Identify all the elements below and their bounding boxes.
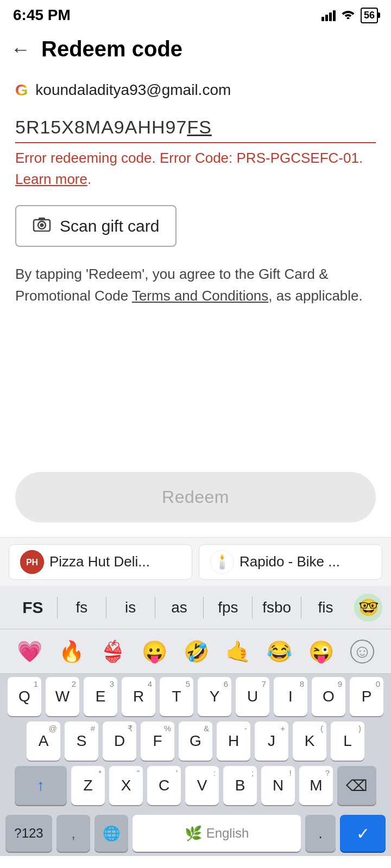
status-time: 6:45 PM [13,7,71,24]
key-row-3: ↑ *Z "X 'C :V ;B !N ?M ⌫ [5,766,386,805]
key-L[interactable]: )L [331,722,364,761]
backspace-key[interactable]: ⌫ [337,766,376,805]
emoji-laughcry[interactable]: 🤣 [184,640,209,663]
emoji-fire[interactable]: 🔥 [59,640,84,663]
rapido-logo: 🕯️ [210,550,234,574]
camera-icon [33,216,51,236]
shift-key[interactable]: ↑ [15,766,67,805]
key-G[interactable]: &G [179,722,212,761]
app-suggestions-bar: PH Pizza Hut Deli... 🕯️ Rapido - Bike ..… [0,537,391,586]
period-label: . [318,825,322,842]
app-chip-rapido[interactable]: 🕯️ Rapido - Bike ... [199,544,382,580]
terms-link[interactable]: Terms and Conditions [132,288,268,304]
suggestion-fis[interactable]: fis [301,595,350,621]
emoji-heart[interactable]: 💗 [17,640,42,663]
key-row-1: 1Q 2W 3E 4R 5T 6Y 7U 8I 9O 0P [5,677,386,716]
key-N[interactable]: !N [261,766,295,805]
emoji-row: 💗 🔥 👙 😛 🤣 🤙 😂 😜 ☺ [0,629,391,674]
key-M[interactable]: ?M [299,766,333,805]
key-D[interactable]: ₹D [103,722,136,761]
keyboard: FS fs is as fps fsbo fis 🤓 💗 🔥 👙 😛 🤣 🤙 😂… [0,586,391,856]
emoji-handsign[interactable]: 🤙 [225,640,251,663]
key-K[interactable]: (K [293,722,326,761]
key-Q[interactable]: 1Q [8,677,41,716]
key-H[interactable]: -H [217,722,250,761]
svg-point-3 [40,224,44,227]
enter-icon: ✓ [356,824,370,843]
back-button[interactable]: ← [11,40,30,59]
period-key[interactable]: . [305,815,336,852]
wifi-icon [341,8,355,22]
redeem-button[interactable]: Redeem [15,472,376,522]
code-input-field[interactable]: 5R15X8MA9AHH97FS [15,112,376,143]
key-B[interactable]: ;B [223,766,257,805]
suggestion-FS[interactable]: FS [9,594,57,621]
code-input-wrap: 5R15X8MA9AHH97FS [15,112,376,143]
key-X[interactable]: "X [109,766,143,805]
header: ← Redeem code [0,28,391,70]
svg-point-0 [346,17,349,20]
key-rows: 1Q 2W 3E 4R 5T 6Y 7U 8I 9O 0P @A #S ₹D %… [0,674,391,805]
comma-key[interactable]: , [56,815,90,852]
key-P[interactable]: 0P [350,677,383,716]
emoji-tongue[interactable]: 😛 [142,640,167,663]
battery-icon: 56 [361,8,378,23]
emoji-bikini[interactable]: 👙 [100,640,125,663]
suggestion-is[interactable]: is [106,595,155,621]
globe-key[interactable]: 🌐 [94,815,128,852]
key-T[interactable]: 5T [160,677,193,716]
pizzahut-name: Pizza Hut Deli... [49,553,150,570]
key-O[interactable]: 9O [312,677,345,716]
google-icon: G [15,81,28,99]
emoji-smiley[interactable]: ☺ [350,640,374,663]
spacebar[interactable]: 🌿 English [133,815,301,852]
app-chip-pizzahut[interactable]: PH Pizza Hut Deli... [9,544,192,580]
learn-more-link[interactable]: Learn more [15,171,87,187]
status-bar: 6:45 PM 56 [0,0,391,28]
scan-gift-card-label: Scan gift card [60,217,159,235]
key-Y[interactable]: 6Y [198,677,231,716]
suggestion-fsbo[interactable]: fsbo [253,595,301,621]
key-A[interactable]: @A [27,722,60,761]
redeem-button-wrap: Redeem [15,472,376,522]
key-C[interactable]: 'C [147,766,181,805]
account-row: G koundaladitya93@gmail.com [15,81,376,99]
emoji-wink[interactable]: 😜 [308,640,334,663]
suggestion-fs[interactable]: fs [58,595,106,621]
terms-text: By tapping 'Redeem', you agree to the Gi… [15,263,376,307]
num-label: ?123 [14,826,43,841]
key-W[interactable]: 2W [46,677,79,716]
scan-gift-card-button[interactable]: Scan gift card [15,205,176,247]
enter-key[interactable]: ✓ [340,815,386,852]
page-title: Redeem code [41,37,182,61]
key-I[interactable]: 8I [274,677,307,716]
leaf-icon: 🌿 [185,825,202,842]
comma-label: , [71,825,75,842]
suggestion-fps[interactable]: fps [204,595,252,621]
suggestion-bar: FS fs is as fps fsbo fis 🤓 [0,586,391,629]
spacebar-label: English [206,826,249,841]
key-R[interactable]: 4R [122,677,155,716]
account-email: koundaladitya93@gmail.com [35,81,231,99]
error-message: Error redeeming code. Error Code: PRS-PG… [15,148,376,190]
key-S[interactable]: #S [65,722,98,761]
emoji-joy[interactable]: 😂 [267,640,292,663]
key-U[interactable]: 7U [236,677,269,716]
suggestion-as[interactable]: as [155,595,204,621]
num-key[interactable]: ?123 [5,815,52,852]
content-area: G koundaladitya93@gmail.com 5R15X8MA9AHH… [0,70,391,334]
key-J[interactable]: +J [255,722,288,761]
key-E[interactable]: 3E [84,677,117,716]
key-F[interactable]: %F [141,722,174,761]
globe-icon: 🌐 [103,825,120,842]
rapido-name: Rapido - Bike ... [239,553,340,570]
pizzahut-logo: PH [20,550,44,574]
svg-text:PH: PH [26,558,38,567]
code-value: 5R15X8MA9AHH97FS [15,117,212,137]
signal-bars-icon [321,9,336,21]
key-V[interactable]: :V [185,766,219,805]
emoji-avatar-icon[interactable]: 🤓 [354,593,382,622]
status-icons: 56 [321,8,378,23]
key-Z[interactable]: *Z [71,766,105,805]
bottom-bar: ?123 , 🌐 🌿 English . ✓ [0,810,391,856]
